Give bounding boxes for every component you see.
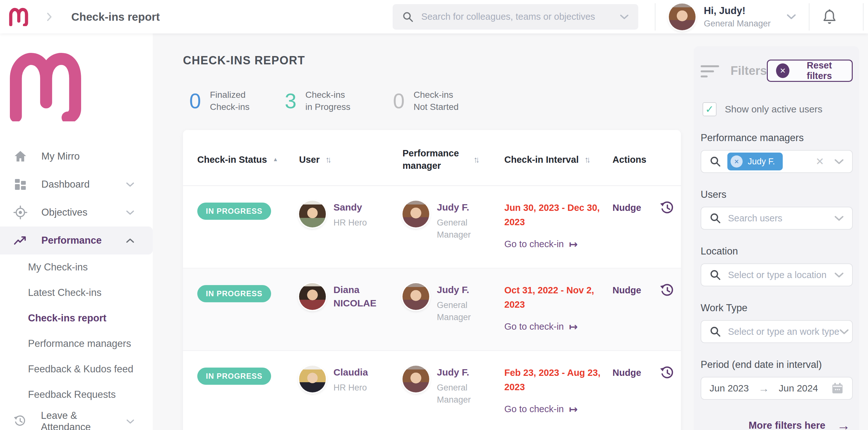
stat-label-line: Check-ins (210, 101, 249, 113)
sidebar-subitem-check-ins-report[interactable]: Check-ins report (0, 306, 153, 331)
user-avatar[interactable] (299, 283, 326, 310)
stat-finalized: 0 Finalized Check-ins (189, 89, 285, 113)
manager-name[interactable]: Judy F. (437, 201, 489, 214)
sidebar-item-leave-attendance[interactable]: Leave & Attendance (0, 407, 153, 430)
sort-icon[interactable]: ↑↓ (473, 155, 480, 165)
user-role: HR Hero (334, 217, 367, 229)
sidebar-subitem-feedback-kudos-feed[interactable]: Feedback & Kudos feed (0, 356, 153, 382)
global-search-input[interactable]: Search for colleagues, teams or objectiv… (393, 4, 638, 30)
sidebar-subitem-feedback-requests[interactable]: Feedback Requests (0, 382, 153, 407)
chevron-down-icon[interactable] (834, 159, 844, 164)
sidebar-subitem-label: Check-ins report (28, 312, 106, 324)
active-users-checkbox-row[interactable]: ✓ Show only active users (701, 102, 853, 116)
sidebar-subitem-my-check-ins[interactable]: My Check-ins (0, 255, 153, 280)
sidebar-nav: My Mirro Dashboard (0, 142, 153, 430)
go-to-checkin-link[interactable]: Go to check-in ↦ (504, 404, 578, 414)
chevron-down-icon[interactable] (834, 273, 844, 278)
user-name[interactable]: Diana NICOLAE (334, 283, 389, 310)
column-header-user[interactable]: User ↑↓ (299, 154, 403, 165)
column-header-interval[interactable]: Check-in Interval ↑↓ (504, 154, 613, 165)
user-avatar[interactable] (299, 366, 326, 393)
sidebar-item-label: Performance (41, 235, 102, 246)
performance-managers-select[interactable]: ✕ Judy F. ✕ (701, 150, 853, 173)
sidebar-item-label: Objectives (41, 207, 88, 218)
remove-chip-icon[interactable]: ✕ (731, 155, 743, 168)
sort-icon[interactable]: ↑↓ (585, 155, 591, 165)
mirro-logo-icon[interactable] (8, 8, 29, 26)
sort-ascending-icon[interactable]: ▲ (273, 156, 278, 163)
filters-title: Filters (731, 64, 767, 78)
reset-filters-button[interactable]: ✕ Reset filters (767, 60, 853, 82)
location-select[interactable]: Select or type a location (701, 263, 853, 286)
period-label: Period (end date in interval) (701, 359, 853, 370)
arrow-from-bar-icon: ↦ (569, 404, 578, 414)
nudge-button[interactable]: Nudge (613, 368, 641, 378)
sort-icon[interactable]: ↑↓ (326, 155, 332, 165)
stat-label-line: in Progress (306, 101, 351, 113)
manager-avatar[interactable] (403, 366, 429, 393)
manager-name[interactable]: Judy F. (437, 366, 489, 379)
chevron-down-icon[interactable] (839, 329, 849, 335)
stat-label-line: Check-ins (306, 89, 351, 101)
nudge-button[interactable]: Nudge (613, 285, 641, 295)
period-range-input[interactable]: Jun 2023 → Jun 2024 (701, 377, 853, 400)
table-row: IN PROGRESS Diana NICOLAE Judy F. Genera… (183, 268, 681, 351)
column-header-status[interactable]: Check-in Status ▲ (197, 154, 299, 165)
manager-name[interactable]: Judy F. (437, 283, 489, 296)
sidebar-item-performance[interactable]: Performance (0, 227, 153, 255)
sidebar-item-objectives[interactable]: Objectives (0, 198, 153, 227)
more-filters-link[interactable]: More filters here → (701, 419, 853, 430)
column-header-manager[interactable]: Performance manager ↑↓ (403, 147, 504, 172)
work-type-select[interactable]: Select or type an work type (701, 320, 853, 343)
checkbox-checked[interactable]: ✓ (703, 102, 717, 116)
users-select[interactable]: Search users (701, 207, 853, 230)
search-placeholder: Search for colleagues, teams or objectiv… (421, 11, 595, 22)
nudge-button[interactable]: Nudge (613, 203, 641, 213)
sidebar-item-label: My Mirro (41, 151, 80, 162)
manager-avatar[interactable] (403, 201, 429, 227)
period-from-value[interactable]: Jun 2023 (710, 383, 749, 394)
sidebar-item-my-mirro[interactable]: My Mirro (0, 142, 153, 170)
go-to-checkin-link[interactable]: Go to check-in ↦ (504, 321, 578, 332)
history-icon[interactable] (659, 201, 675, 216)
history-icon[interactable] (659, 366, 675, 381)
sidebar-subitem-label: Feedback & Kudos feed (28, 364, 133, 375)
mirro-logo-large-icon[interactable] (7, 52, 83, 121)
chevron-down-icon[interactable] (786, 14, 796, 20)
divider (809, 3, 809, 31)
sidebar-item-dashboard[interactable]: Dashboard (0, 170, 153, 198)
go-to-checkin-link[interactable]: Go to check-in ↦ (504, 239, 578, 250)
manager-role: General Manager (437, 299, 489, 324)
chevron-down-icon[interactable] (834, 216, 844, 221)
reset-close-icon: ✕ (776, 63, 789, 78)
search-icon (710, 269, 721, 281)
user-name[interactable]: Claudia (334, 366, 368, 379)
chevron-down-icon[interactable] (620, 14, 629, 20)
calendar-icon[interactable] (831, 382, 844, 395)
user-avatar[interactable] (299, 201, 326, 227)
period-to-value[interactable]: Jun 2024 (779, 383, 818, 394)
user-menu[interactable]: Hi, Judy! General Manager (669, 3, 796, 30)
user-avatar[interactable] (669, 3, 695, 30)
user-greeting: Hi, Judy! (704, 5, 771, 17)
arrow-from-bar-icon: ↦ (569, 239, 578, 250)
home-icon (13, 149, 28, 164)
page-heading: CHECK-INS REPORT (183, 54, 681, 67)
manager-avatar[interactable] (403, 283, 429, 310)
notifications-bell-icon[interactable] (822, 9, 837, 25)
chevron-down-icon (126, 419, 134, 424)
history-icon[interactable] (659, 283, 675, 298)
stat-label-line: Not Started (414, 101, 459, 113)
user-name[interactable]: Sandy (334, 201, 367, 214)
arrow-from-bar-icon: ↦ (569, 321, 578, 332)
sidebar-subitem-performance-managers[interactable]: Performance managers (0, 331, 153, 356)
table-header-row: Check-in Status ▲ User ↑↓ Performance ma… (183, 130, 681, 186)
stat-in-progress: 3 Check-ins in Progress (285, 89, 393, 113)
sidebar-subitem-latest-check-ins[interactable]: Latest Check-ins (0, 280, 153, 306)
checkin-interval: Jun 30, 2023 - Dec 30, 2023 (504, 201, 601, 229)
breadcrumb-chevron-icon[interactable] (46, 12, 52, 22)
sidebar-item-label: Dashboard (41, 179, 90, 190)
arrow-right-icon: → (837, 419, 850, 430)
manager-role: General Manager (437, 382, 489, 406)
clear-selection-icon[interactable]: ✕ (815, 155, 824, 168)
